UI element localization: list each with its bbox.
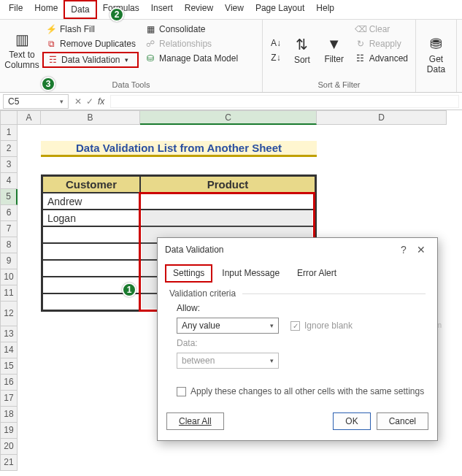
consolidate-button[interactable]: ▦ Consolidate xyxy=(142,23,241,36)
col-header-b[interactable]: B xyxy=(41,110,140,125)
remove-duplicates-icon: ⧉ xyxy=(45,39,57,49)
allow-select[interactable]: Any value ▾ xyxy=(177,318,279,334)
apply-changes-checkbox[interactable]: Apply these changes to all other cells w… xyxy=(177,386,426,396)
table-header-product[interactable]: Product xyxy=(140,176,315,193)
menu-help[interactable]: Help xyxy=(310,0,340,19)
help-icon[interactable]: ? xyxy=(395,244,412,256)
row-header[interactable]: 14 xyxy=(0,342,18,358)
data-validation-icon: ☶ xyxy=(47,55,58,65)
row-header[interactable]: 9 xyxy=(0,253,18,269)
relationships-button[interactable]: ☍ Relationships xyxy=(142,37,241,50)
row-header[interactable]: 3 xyxy=(0,157,18,173)
manage-data-model-label: Manage Data Model xyxy=(159,53,238,64)
table-cell[interactable] xyxy=(42,243,140,260)
menu-data[interactable]: Data xyxy=(63,0,96,19)
get-data-button[interactable]: ⛃ Get Data xyxy=(419,21,453,88)
get-data-label: Get Data xyxy=(425,54,447,74)
formula-row: C5 ▾ ✕ ✓ fx xyxy=(0,93,462,110)
row-header[interactable]: 1 xyxy=(0,125,18,141)
table-cell[interactable]: Logan xyxy=(42,210,140,226)
formula-bar[interactable] xyxy=(110,95,459,108)
name-box[interactable]: C5 ▾ xyxy=(3,94,69,109)
row-header[interactable]: 12 xyxy=(0,302,18,326)
col-header-a[interactable]: A xyxy=(18,110,41,125)
col-header-d[interactable]: D xyxy=(317,110,447,125)
row-header[interactable]: 11 xyxy=(0,285,18,302)
chevron-down-icon: ▾ xyxy=(60,98,63,105)
table-cell[interactable] xyxy=(140,193,315,210)
select-all-corner[interactable] xyxy=(0,110,18,125)
table-cell[interactable] xyxy=(140,210,315,226)
reapply-button[interactable]: ↻Reapply xyxy=(352,37,411,50)
sort-button[interactable]: ⇅ Sort xyxy=(286,21,318,79)
table-header-customer[interactable]: Customer xyxy=(42,176,140,193)
ignore-blank-label: Ignore blank xyxy=(304,320,353,331)
row-header[interactable]: 4 xyxy=(0,173,18,189)
flash-fill-button[interactable]: ⚡ Flash Fill xyxy=(42,23,139,36)
sort-icon: ⇅ xyxy=(296,36,308,53)
row-header[interactable]: 17 xyxy=(0,391,18,407)
cancel-formula-icon[interactable]: ✕ xyxy=(74,96,82,107)
menu-bar: File Home Data Formulas Insert Review Vi… xyxy=(0,0,462,20)
ribbon-group-label-sort-filter: Sort & Filter xyxy=(266,79,412,91)
row-header[interactable]: 21 xyxy=(0,455,18,471)
row-header[interactable]: 2 xyxy=(0,141,18,157)
row-header[interactable]: 5 xyxy=(0,189,18,205)
menu-home[interactable]: Home xyxy=(28,0,63,19)
clear-button[interactable]: ⌫Clear xyxy=(352,23,411,36)
manage-data-model-button[interactable]: ⛁ Manage Data Model xyxy=(142,52,241,65)
checkbox-icon: ✓ xyxy=(290,321,300,331)
menu-file[interactable]: File xyxy=(3,0,28,19)
checkbox-icon xyxy=(177,387,186,396)
filter-button[interactable]: ▼ Filter xyxy=(318,21,350,79)
clear-icon: ⌫ xyxy=(355,24,366,34)
clear-all-button[interactable]: Clear All xyxy=(166,412,224,430)
remove-duplicates-label: Remove Duplicates xyxy=(60,39,136,49)
row-header[interactable]: 13 xyxy=(0,326,18,342)
apply-changes-label: Apply these changes to all other cells w… xyxy=(190,386,424,396)
ignore-blank-checkbox[interactable]: ✓ Ignore blank xyxy=(290,320,353,331)
manage-data-model-icon: ⛁ xyxy=(145,53,156,64)
close-icon[interactable]: ✕ xyxy=(412,244,430,256)
sort-desc-button[interactable]: Z↓ xyxy=(267,51,285,64)
row-header[interactable]: 16 xyxy=(0,375,18,391)
data-value: between xyxy=(182,356,215,366)
row-header[interactable]: 15 xyxy=(0,358,18,375)
menu-view[interactable]: View xyxy=(219,0,250,19)
tab-settings[interactable]: Settings xyxy=(165,264,212,283)
menu-review[interactable]: Review xyxy=(179,0,219,19)
table-cell[interactable] xyxy=(42,226,140,243)
row-header[interactable]: 8 xyxy=(0,237,18,253)
sheet-title: Data Validation List from Another Sheet xyxy=(41,141,317,157)
row-header[interactable]: 18 xyxy=(0,407,18,423)
data-validation-label: Data Validation xyxy=(61,55,120,65)
row-header[interactable]: 20 xyxy=(0,439,18,455)
table-cell[interactable] xyxy=(42,260,140,277)
text-to-columns-label: Text to Columns xyxy=(4,50,39,70)
row-header[interactable]: 19 xyxy=(0,423,18,439)
fx-icon[interactable]: fx xyxy=(98,96,104,107)
text-to-columns-button[interactable]: ▥ Text to Columns xyxy=(3,21,41,79)
row-header[interactable]: 7 xyxy=(0,221,18,237)
advanced-button[interactable]: ☷Advanced xyxy=(352,52,411,65)
sort-asc-button[interactable]: A↓ xyxy=(267,37,285,50)
menu-page-layout[interactable]: Page Layout xyxy=(250,0,310,19)
flash-fill-icon: ⚡ xyxy=(45,24,57,34)
row-header[interactable]: 6 xyxy=(0,205,18,221)
allow-value: Any value xyxy=(182,320,220,331)
table-cell[interactable]: Andrew xyxy=(42,193,140,210)
cancel-button[interactable]: Cancel xyxy=(377,412,428,430)
data-validation-button[interactable]: ☶ Data Validation ▾ xyxy=(42,52,139,68)
ok-button[interactable]: OK xyxy=(333,412,370,430)
menu-insert[interactable]: Insert xyxy=(145,0,179,19)
tab-error-alert[interactable]: Error Alert xyxy=(289,264,344,283)
remove-duplicates-button[interactable]: ⧉ Remove Duplicates xyxy=(42,37,139,50)
accept-formula-icon[interactable]: ✓ xyxy=(86,96,93,107)
tab-input-message[interactable]: Input Message xyxy=(214,264,288,283)
relationships-icon: ☍ xyxy=(145,39,156,49)
dialog-title: Data Validation xyxy=(165,245,395,255)
row-header[interactable]: 10 xyxy=(0,269,18,285)
advanced-icon: ☷ xyxy=(355,53,366,64)
col-header-c[interactable]: C xyxy=(140,110,317,125)
sort-label: Sort xyxy=(294,55,310,65)
